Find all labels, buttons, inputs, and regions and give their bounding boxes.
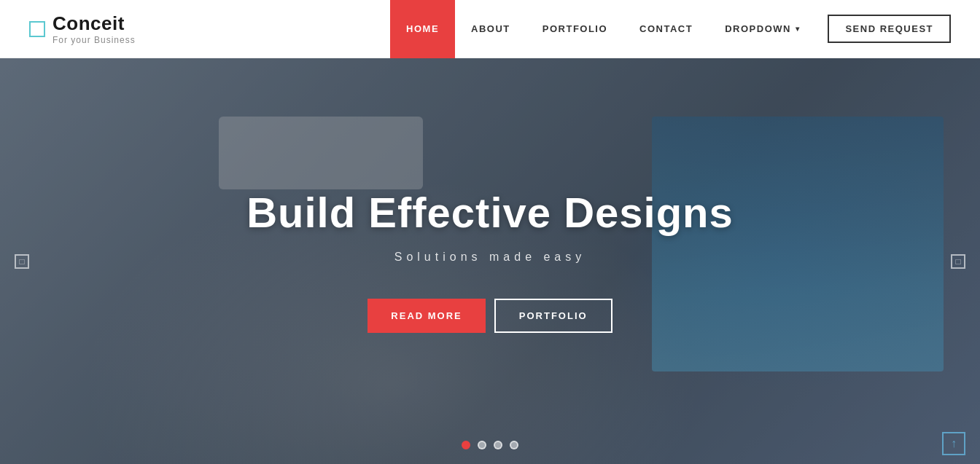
chevron-left-icon: □ [19,256,24,267]
nav-item-dropdown[interactable]: DROPDOWN ▾ [709,0,816,58]
hero-section: Build Effective Designs Solutions made e… [0,58,980,464]
slider-dots [462,441,518,449]
portfolio-button[interactable]: PORTFOLIO [494,299,612,333]
nav-item-about[interactable]: ABOUT [455,0,526,58]
read-more-button[interactable]: READ MORE [368,299,485,333]
arrow-up-icon: ↑ [951,437,957,450]
nav-item-portfolio[interactable]: PORTFOLIO [526,0,623,58]
nav-item-contact[interactable]: CONTACT [623,0,709,58]
slider-dot-3[interactable] [494,441,502,449]
main-nav: HOME ABOUT PORTFOLIO CONTACT DROPDOWN ▾ … [390,0,951,58]
logo-icon [29,21,45,37]
slider-next-button[interactable]: □ [951,254,965,269]
nav-item-home[interactable]: HOME [390,0,455,58]
logo-name: Conceit [52,12,136,35]
hero-title: Build Effective Designs [246,189,734,236]
hero-buttons: READ MORE PORTFOLIO [368,299,612,333]
slider-dot-1[interactable] [462,441,470,449]
chevron-down-icon: ▾ [796,25,801,33]
hero-content: Build Effective Designs Solutions made e… [0,58,980,464]
slider-dot-2[interactable] [478,441,486,449]
logo[interactable]: Conceit For your Business [29,12,136,45]
header: Conceit For your Business HOME ABOUT POR… [0,0,980,58]
send-request-button[interactable]: SEND REQUEST [828,15,951,43]
hero-subtitle: Solutions made easy [394,251,586,264]
scroll-top-button[interactable]: ↑ [942,432,965,455]
logo-tagline: For your Business [52,35,136,45]
slider-dot-4[interactable] [510,441,518,449]
slider-prev-button[interactable]: □ [15,254,29,269]
chevron-right-icon: □ [955,256,960,267]
